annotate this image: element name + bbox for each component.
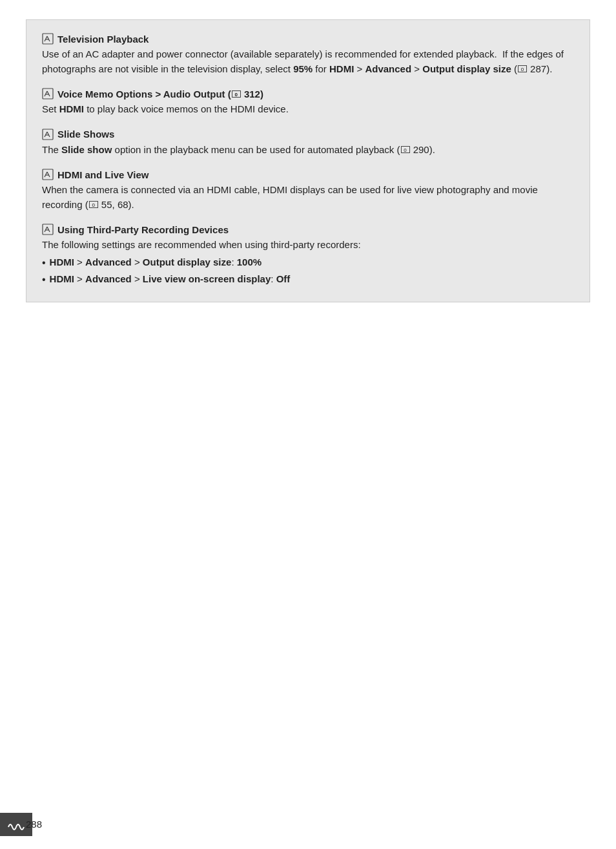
ref-icon-55-68: 0: [89, 201, 98, 208]
svg-line-1: [45, 36, 47, 41]
svg-rect-16: [43, 224, 53, 235]
pencil-icon-3: [42, 129, 54, 140]
body-voice-memo: Set HDMI to play back voice memos on the…: [42, 102, 574, 117]
title-hdmi-live-view: HDMI and Live View: [57, 169, 149, 180]
pencil-icon: [42, 33, 54, 45]
svg-line-5: [45, 91, 47, 96]
ref-icon-287: 0: [518, 65, 527, 72]
title-third-party: Using Third-Party Recording Devices: [57, 224, 229, 235]
section-third-party: Using Third-Party Recording Devices The …: [42, 224, 574, 288]
content-box: Television Playback Use of an AC adapter…: [26, 19, 590, 302]
section-television-playback: Television Playback Use of an AC adapter…: [42, 33, 574, 76]
section-hdmi-live-view: HDMI and Live View When the camera is co…: [42, 169, 574, 212]
section-title-voice-memo: Voice Memo Options > Audio Output (0 312…: [42, 88, 574, 100]
section-title-television-playback: Television Playback: [42, 33, 574, 45]
svg-line-2: [47, 36, 50, 41]
section-title-hdmi-live-view: HDMI and Live View: [42, 169, 574, 180]
title-slide-shows: Slide Shows: [57, 129, 114, 140]
section-voice-memo: Voice Memo Options > Audio Output (0 312…: [42, 88, 574, 117]
section-title-third-party: Using Third-Party Recording Devices: [42, 224, 574, 235]
svg-line-10: [47, 132, 50, 137]
svg-rect-8: [43, 129, 53, 140]
svg-rect-4: [43, 89, 53, 99]
ref-icon-290: 0: [401, 146, 410, 153]
svg-line-17: [45, 227, 47, 232]
body-television-playback: Use of an AC adapter and power connector…: [42, 47, 574, 76]
svg-line-13: [45, 172, 47, 177]
svg-line-18: [47, 227, 50, 232]
bullet-item-1-text: HDMI > Advanced > Output display size: 1…: [50, 255, 262, 270]
body-slide-shows: The Slide show option in the playback me…: [42, 143, 574, 158]
section-title-slide-shows: Slide Shows: [42, 129, 574, 140]
body-third-party: The following settings are recommended w…: [42, 238, 574, 288]
bullet-item-1: HDMI > Advanced > Output display size: 1…: [42, 255, 574, 271]
bullet-list-third-party: HDMI > Advanced > Output display size: 1…: [42, 255, 574, 288]
page-container: Television Playback Use of an AC adapter…: [0, 0, 616, 849]
svg-line-9: [45, 132, 47, 137]
svg-rect-12: [43, 169, 53, 180]
pencil-icon-5: [42, 224, 54, 235]
bullet-item-2-text: HDMI > Advanced > Live view on-screen di…: [50, 272, 291, 287]
title-television-playback: Television Playback: [57, 34, 149, 45]
svg-rect-0: [43, 34, 53, 44]
svg-line-6: [47, 91, 50, 96]
svg-line-14: [47, 172, 50, 177]
ref-icon-312-title: 0: [232, 90, 241, 98]
bullet-item-2: HDMI > Advanced > Live view on-screen di…: [42, 272, 574, 288]
body-hdmi-live-view: When the camera is connected via an HDMI…: [42, 183, 574, 212]
title-voice-memo: Voice Memo Options > Audio Output (0 312…: [57, 89, 263, 100]
pencil-icon-2: [42, 88, 54, 100]
section-slide-shows: Slide Shows The Slide show option in the…: [42, 129, 574, 158]
pencil-icon-4: [42, 169, 54, 180]
page-number: 288: [26, 819, 42, 830]
